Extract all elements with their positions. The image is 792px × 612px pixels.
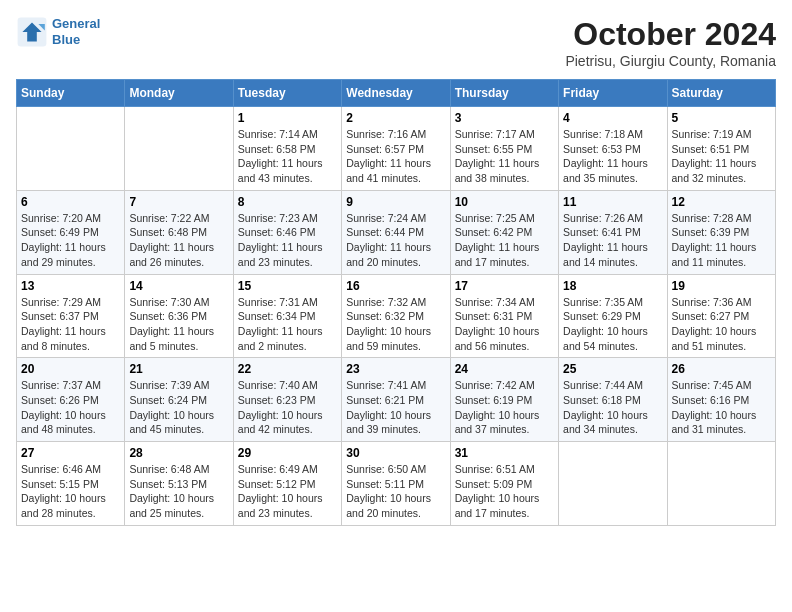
day-info: Sunrise: 6:51 AM Sunset: 5:09 PM Dayligh… [455,462,554,521]
day-info: Sunrise: 7:41 AM Sunset: 6:21 PM Dayligh… [346,378,445,437]
day-info: Sunrise: 7:42 AM Sunset: 6:19 PM Dayligh… [455,378,554,437]
day-number: 13 [21,279,120,293]
weekday-header: Tuesday [233,80,341,107]
day-info: Sunrise: 6:50 AM Sunset: 5:11 PM Dayligh… [346,462,445,521]
day-info: Sunrise: 7:32 AM Sunset: 6:32 PM Dayligh… [346,295,445,354]
day-info: Sunrise: 7:20 AM Sunset: 6:49 PM Dayligh… [21,211,120,270]
calendar-cell: 16Sunrise: 7:32 AM Sunset: 6:32 PM Dayli… [342,274,450,358]
location-subtitle: Pietrisu, Giurgiu County, Romania [565,53,776,69]
calendar-cell: 11Sunrise: 7:26 AM Sunset: 6:41 PM Dayli… [559,190,667,274]
day-info: Sunrise: 6:49 AM Sunset: 5:12 PM Dayligh… [238,462,337,521]
day-info: Sunrise: 7:45 AM Sunset: 6:16 PM Dayligh… [672,378,771,437]
day-number: 12 [672,195,771,209]
day-number: 16 [346,279,445,293]
calendar-cell: 14Sunrise: 7:30 AM Sunset: 6:36 PM Dayli… [125,274,233,358]
calendar-table: SundayMondayTuesdayWednesdayThursdayFrid… [16,79,776,526]
calendar-week-row: 27Sunrise: 6:46 AM Sunset: 5:15 PM Dayli… [17,442,776,526]
day-info: Sunrise: 7:24 AM Sunset: 6:44 PM Dayligh… [346,211,445,270]
day-info: Sunrise: 7:28 AM Sunset: 6:39 PM Dayligh… [672,211,771,270]
calendar-cell: 17Sunrise: 7:34 AM Sunset: 6:31 PM Dayli… [450,274,558,358]
day-number: 8 [238,195,337,209]
day-number: 26 [672,362,771,376]
calendar-cell: 2Sunrise: 7:16 AM Sunset: 6:57 PM Daylig… [342,107,450,191]
day-number: 28 [129,446,228,460]
month-title: October 2024 [565,16,776,53]
day-info: Sunrise: 7:36 AM Sunset: 6:27 PM Dayligh… [672,295,771,354]
logo-icon [16,16,48,48]
day-number: 17 [455,279,554,293]
calendar-cell: 26Sunrise: 7:45 AM Sunset: 6:16 PM Dayli… [667,358,775,442]
calendar-week-row: 6Sunrise: 7:20 AM Sunset: 6:49 PM Daylig… [17,190,776,274]
day-info: Sunrise: 7:39 AM Sunset: 6:24 PM Dayligh… [129,378,228,437]
day-number: 24 [455,362,554,376]
day-info: Sunrise: 7:14 AM Sunset: 6:58 PM Dayligh… [238,127,337,186]
calendar-cell: 31Sunrise: 6:51 AM Sunset: 5:09 PM Dayli… [450,442,558,526]
calendar-cell [17,107,125,191]
logo-text: General Blue [52,16,100,47]
day-number: 3 [455,111,554,125]
weekday-header: Saturday [667,80,775,107]
title-block: October 2024 Pietrisu, Giurgiu County, R… [565,16,776,69]
day-info: Sunrise: 7:17 AM Sunset: 6:55 PM Dayligh… [455,127,554,186]
day-number: 11 [563,195,662,209]
day-info: Sunrise: 7:19 AM Sunset: 6:51 PM Dayligh… [672,127,771,186]
calendar-cell: 3Sunrise: 7:17 AM Sunset: 6:55 PM Daylig… [450,107,558,191]
calendar-cell: 6Sunrise: 7:20 AM Sunset: 6:49 PM Daylig… [17,190,125,274]
calendar-week-row: 20Sunrise: 7:37 AM Sunset: 6:26 PM Dayli… [17,358,776,442]
calendar-cell: 25Sunrise: 7:44 AM Sunset: 6:18 PM Dayli… [559,358,667,442]
day-info: Sunrise: 7:34 AM Sunset: 6:31 PM Dayligh… [455,295,554,354]
weekday-header: Monday [125,80,233,107]
day-number: 21 [129,362,228,376]
day-number: 14 [129,279,228,293]
calendar-cell: 22Sunrise: 7:40 AM Sunset: 6:23 PM Dayli… [233,358,341,442]
day-number: 6 [21,195,120,209]
day-info: Sunrise: 7:31 AM Sunset: 6:34 PM Dayligh… [238,295,337,354]
calendar-cell: 8Sunrise: 7:23 AM Sunset: 6:46 PM Daylig… [233,190,341,274]
calendar-cell: 4Sunrise: 7:18 AM Sunset: 6:53 PM Daylig… [559,107,667,191]
calendar-cell: 30Sunrise: 6:50 AM Sunset: 5:11 PM Dayli… [342,442,450,526]
weekday-header-row: SundayMondayTuesdayWednesdayThursdayFrid… [17,80,776,107]
day-info: Sunrise: 7:16 AM Sunset: 6:57 PM Dayligh… [346,127,445,186]
calendar-cell: 12Sunrise: 7:28 AM Sunset: 6:39 PM Dayli… [667,190,775,274]
day-info: Sunrise: 7:26 AM Sunset: 6:41 PM Dayligh… [563,211,662,270]
day-info: Sunrise: 7:37 AM Sunset: 6:26 PM Dayligh… [21,378,120,437]
day-number: 1 [238,111,337,125]
page-header: General Blue October 2024 Pietrisu, Giur… [16,16,776,69]
calendar-cell: 19Sunrise: 7:36 AM Sunset: 6:27 PM Dayli… [667,274,775,358]
logo: General Blue [16,16,100,48]
day-number: 31 [455,446,554,460]
day-number: 30 [346,446,445,460]
weekday-header: Friday [559,80,667,107]
calendar-cell: 27Sunrise: 6:46 AM Sunset: 5:15 PM Dayli… [17,442,125,526]
calendar-cell [125,107,233,191]
calendar-cell: 20Sunrise: 7:37 AM Sunset: 6:26 PM Dayli… [17,358,125,442]
day-info: Sunrise: 7:29 AM Sunset: 6:37 PM Dayligh… [21,295,120,354]
day-info: Sunrise: 6:48 AM Sunset: 5:13 PM Dayligh… [129,462,228,521]
calendar-cell: 23Sunrise: 7:41 AM Sunset: 6:21 PM Dayli… [342,358,450,442]
calendar-cell: 21Sunrise: 7:39 AM Sunset: 6:24 PM Dayli… [125,358,233,442]
calendar-week-row: 13Sunrise: 7:29 AM Sunset: 6:37 PM Dayli… [17,274,776,358]
day-number: 7 [129,195,228,209]
calendar-cell [559,442,667,526]
day-number: 29 [238,446,337,460]
day-info: Sunrise: 7:35 AM Sunset: 6:29 PM Dayligh… [563,295,662,354]
calendar-cell: 1Sunrise: 7:14 AM Sunset: 6:58 PM Daylig… [233,107,341,191]
calendar-cell: 28Sunrise: 6:48 AM Sunset: 5:13 PM Dayli… [125,442,233,526]
day-info: Sunrise: 7:25 AM Sunset: 6:42 PM Dayligh… [455,211,554,270]
calendar-cell: 9Sunrise: 7:24 AM Sunset: 6:44 PM Daylig… [342,190,450,274]
day-number: 18 [563,279,662,293]
day-info: Sunrise: 7:23 AM Sunset: 6:46 PM Dayligh… [238,211,337,270]
calendar-cell: 15Sunrise: 7:31 AM Sunset: 6:34 PM Dayli… [233,274,341,358]
day-number: 2 [346,111,445,125]
calendar-cell: 10Sunrise: 7:25 AM Sunset: 6:42 PM Dayli… [450,190,558,274]
day-number: 22 [238,362,337,376]
day-info: Sunrise: 7:22 AM Sunset: 6:48 PM Dayligh… [129,211,228,270]
weekday-header: Wednesday [342,80,450,107]
day-number: 10 [455,195,554,209]
day-info: Sunrise: 7:18 AM Sunset: 6:53 PM Dayligh… [563,127,662,186]
calendar-week-row: 1Sunrise: 7:14 AM Sunset: 6:58 PM Daylig… [17,107,776,191]
day-number: 9 [346,195,445,209]
day-number: 4 [563,111,662,125]
day-number: 19 [672,279,771,293]
day-number: 27 [21,446,120,460]
